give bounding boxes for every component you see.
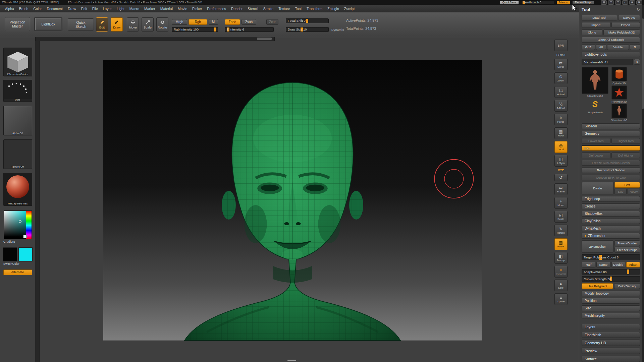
layers-palette[interactable]: Layers bbox=[582, 324, 640, 330]
current-material-thumbnail[interactable]: MatCap Red Wax bbox=[3, 173, 32, 206]
meshintegrity-section[interactable]: MeshIntegrity bbox=[582, 313, 640, 318]
tool-thumb-simplebrush[interactable]: S bbox=[588, 98, 602, 110]
convert-bpr-button[interactable]: Convert BPR To Geo bbox=[582, 175, 640, 180]
menu-material[interactable]: Material bbox=[158, 6, 175, 11]
goz-r-button[interactable]: R bbox=[630, 44, 640, 50]
actual-button[interactable]: 1:1Actual bbox=[554, 86, 568, 98]
aahalf-button[interactable]: ½AAHalf bbox=[554, 100, 568, 112]
same-button[interactable]: Same bbox=[596, 262, 610, 267]
rotate-mode-button[interactable]: Rotate bbox=[156, 17, 168, 32]
floor-button[interactable]: ▦Floor bbox=[554, 127, 568, 139]
document-viewport[interactable] bbox=[103, 60, 482, 341]
alternate-button[interactable]: Alternate bbox=[3, 269, 32, 275]
reconstruct-subdiv-button[interactable]: Reconstruct Subdiv bbox=[582, 167, 640, 173]
del-lower-button[interactable]: Del Lower bbox=[582, 153, 610, 158]
lower-res-button[interactable]: Lower Res bbox=[582, 138, 610, 144]
record-icon[interactable]: ◉ bbox=[629, 0, 635, 5]
move-mode-button[interactable]: Move bbox=[127, 17, 139, 32]
color-picker[interactable] bbox=[4, 210, 32, 239]
lightbox-tools-path[interactable]: Lightbox▸Tools bbox=[582, 52, 640, 57]
palette-curl-icon[interactable]: ↻ bbox=[637, 7, 640, 12]
subtool-section[interactable]: SubTool bbox=[582, 123, 640, 129]
smt-toggle[interactable]: Smt bbox=[614, 182, 640, 188]
menu-layer[interactable]: Layer bbox=[101, 6, 114, 11]
zcut-toggle[interactable]: Zcut bbox=[266, 19, 278, 25]
freeze-subdivision-button[interactable]: Freeze SubDivision Levels bbox=[582, 160, 640, 166]
curves-strength-slider[interactable]: Curves Strength 50 bbox=[582, 276, 640, 282]
load-tool-button[interactable]: Load Tool bbox=[582, 15, 617, 20]
xyz-label[interactable]: XYZ bbox=[558, 169, 564, 172]
current-texture-thumbnail[interactable]: Texture Off bbox=[3, 139, 32, 169]
frame-button[interactable]: ▭Frame bbox=[554, 183, 568, 195]
quick-sketch-button[interactable]: Quick Sketch bbox=[68, 18, 94, 31]
draw-mode-button[interactable]: Draw bbox=[111, 17, 123, 32]
clone-button[interactable]: Clone bbox=[582, 29, 602, 35]
suv-toggle[interactable]: Suv bbox=[614, 189, 627, 194]
geometry-hd-palette[interactable]: Geometry HD bbox=[582, 340, 640, 346]
persp-button[interactable]: ◊Persp bbox=[554, 114, 568, 125]
menu-light[interactable]: Light bbox=[114, 6, 127, 11]
menu-file[interactable]: File bbox=[90, 6, 100, 11]
default-script-button[interactable]: DefaultScript bbox=[573, 1, 594, 4]
panel-scroll-handle[interactable] bbox=[642, 18, 644, 109]
export-button[interactable]: Export bbox=[611, 22, 640, 28]
freeze-groups-toggle[interactable]: FreezeGroups bbox=[614, 247, 640, 253]
del-higher-button[interactable]: Del Higher bbox=[611, 153, 640, 158]
lightbox-button[interactable]: LightBox bbox=[34, 17, 62, 31]
surface-palette[interactable]: Surface bbox=[582, 356, 640, 362]
local-button[interactable]: ◎Local bbox=[554, 141, 568, 153]
menu-texture[interactable]: Texture bbox=[276, 6, 292, 11]
zsub-toggle[interactable]: Zsub bbox=[241, 19, 256, 25]
goz-visible-button[interactable]: Visible bbox=[607, 44, 629, 50]
menu-stencil[interactable]: Stencil bbox=[245, 6, 261, 11]
menu-transform[interactable]: Transform bbox=[304, 6, 325, 11]
hue-strip[interactable] bbox=[26, 211, 32, 239]
use-polypaint-toggle[interactable]: Use Polypaint bbox=[582, 283, 613, 289]
fibermesh-palette[interactable]: FiberMesh bbox=[582, 332, 640, 338]
dynamic-label[interactable]: Dynamic bbox=[331, 28, 344, 32]
dynamesh-section[interactable]: DynaMesh bbox=[582, 226, 640, 231]
menu-picker[interactable]: Picker bbox=[190, 6, 204, 11]
half-button[interactable]: Half bbox=[582, 262, 595, 267]
adaptive-size-slider[interactable]: AdaptiveSize 80 bbox=[582, 269, 640, 275]
expand-icon[interactable]: ▢ bbox=[615, 0, 621, 5]
double-button[interactable]: Double bbox=[611, 262, 625, 267]
rgb-toggle[interactable]: Rgb bbox=[189, 19, 207, 25]
move3d-button[interactable]: +Move bbox=[554, 197, 568, 209]
size-section[interactable]: Size bbox=[582, 305, 640, 311]
spix-label[interactable]: SPix 3 bbox=[556, 53, 565, 57]
menu-brush[interactable]: Brush bbox=[17, 6, 31, 11]
m-toggle[interactable]: M bbox=[209, 19, 218, 25]
xpose-button[interactable]: ≡Xpose bbox=[554, 293, 568, 305]
menu-stroke[interactable]: Stroke bbox=[261, 6, 276, 11]
menu-marker[interactable]: Marker bbox=[142, 6, 158, 11]
zadd-toggle[interactable]: Zadd bbox=[225, 19, 240, 25]
hscroll-handle[interactable] bbox=[257, 38, 272, 40]
import-button[interactable]: Import bbox=[582, 22, 610, 28]
main-color-swatch[interactable] bbox=[3, 247, 17, 261]
scale3d-button[interactable]: ◱Scale bbox=[554, 211, 568, 223]
shadowbox-section[interactable]: ShadowBox bbox=[582, 211, 640, 217]
divide-button[interactable]: Divide bbox=[582, 182, 613, 194]
edit-mode-button[interactable]: Edit bbox=[96, 17, 108, 32]
position-section[interactable]: Position bbox=[582, 298, 640, 304]
menu-document[interactable]: Document bbox=[44, 6, 65, 11]
menus-button[interactable]: Menus bbox=[557, 1, 570, 4]
tool-thumb-3dcoatmesh0-small[interactable] bbox=[611, 104, 627, 118]
bpr-button[interactable]: BPR bbox=[554, 40, 568, 51]
current-alpha-thumbnail[interactable]: Alpha Off bbox=[3, 106, 32, 135]
adapt-toggle[interactable]: Adapt bbox=[626, 262, 640, 267]
menu-alpha[interactable]: Alpha bbox=[3, 6, 16, 11]
target-polygons-slider[interactable]: Target Polygons Count 5 bbox=[582, 254, 640, 260]
mrgb-toggle[interactable]: Mrgb bbox=[172, 19, 187, 25]
menu-macro[interactable]: Macro bbox=[127, 6, 142, 11]
current-stroke-thumbnail[interactable]: Dots bbox=[3, 80, 32, 102]
focal-shift-slider[interactable]: Focal Shift 0 bbox=[286, 18, 329, 23]
sdiv-slider[interactable]: SDiv bbox=[582, 145, 640, 151]
scale-mode-button[interactable]: Scale bbox=[142, 17, 154, 32]
quicksave-button[interactable]: QuickSave bbox=[500, 1, 519, 4]
menu-preferences[interactable]: Preferences bbox=[205, 6, 228, 11]
secondary-color-swatch[interactable] bbox=[18, 247, 33, 261]
menu-movie[interactable]: Movie bbox=[175, 6, 190, 11]
preview-palette[interactable]: Preview bbox=[582, 348, 640, 354]
